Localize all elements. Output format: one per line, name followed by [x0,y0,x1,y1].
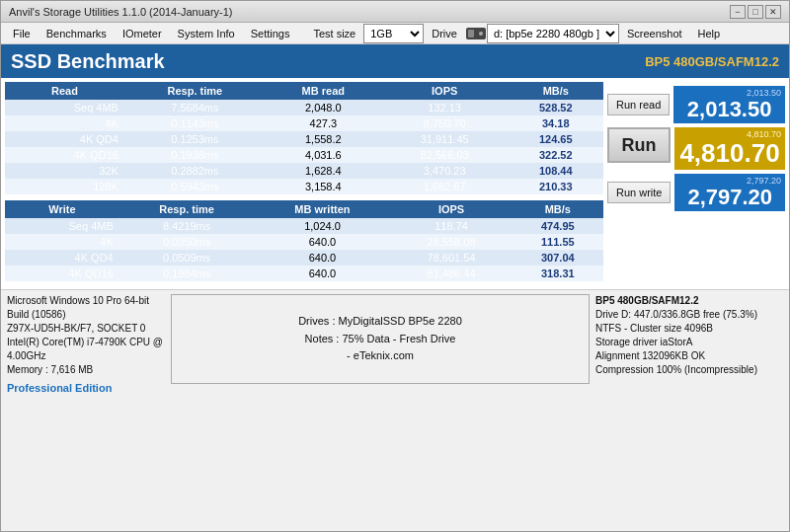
write-row-label: 4K QD4 [5,250,119,266]
menu-system-info[interactable]: System Info [170,26,243,41]
read-mbs: 528.52 [509,100,603,115]
run-read-button[interactable]: Run read [607,94,670,115]
read-mbs: 108.44 [509,163,603,179]
menu-help[interactable]: Help [690,26,729,41]
minimize-button[interactable]: − [730,5,746,19]
write-iops: 81,486.44 [390,266,512,281]
drive-select[interactable]: d: [bp5e 2280 480gb ] [487,24,619,43]
title-bar: Anvil's Storage Utilities 1.1.0 (2014-Ja… [1,1,789,23]
write-mb: 1,024.0 [255,218,391,234]
mb-write-header: MB written [255,200,391,218]
svg-point-2 [479,32,483,36]
read-mb: 3,158.4 [266,179,381,194]
read-resp-time: 7.5684ms [124,100,266,115]
mbs-read-header: MB/s [509,82,603,100]
run-write-button[interactable]: Run write [607,182,671,203]
read-col-header: Read [5,82,124,100]
read-row-label: 4K QD16 [5,147,124,163]
read-table-row: Seq 4MB 7.5684ms 2,048.0 132.13 528.52 [5,100,603,115]
sys-info-line: Microsoft Windows 10 Pro 64-bit Build (1… [7,294,165,322]
mb-read-header: MB read [266,82,381,100]
write-table: Write Resp. time MB written IOPS MB/s Se… [5,200,603,281]
read-mb: 4,031.6 [266,147,381,163]
read-iops: 31,911.45 [381,131,509,147]
menu-screenshot[interactable]: Screenshot [619,26,690,41]
read-mb: 1,628.4 [266,163,381,179]
detail-info-line: Drive D: 447.0/336.8GB free (75.3%) [595,308,783,322]
read-iops: 1,682.67 [381,179,509,194]
hdd-icon [465,26,487,41]
write-score-box: 2,797.20 2,797.20 [674,174,785,211]
read-row-label: 4K [5,115,124,131]
read-score-box: 2,013.50 2,013.50 [673,86,785,123]
test-size-select[interactable]: 1GB 512MB 256MB [363,24,424,43]
write-mbs: 111.55 [513,234,603,250]
read-mb: 427.3 [266,115,381,131]
bottom-info: Microsoft Windows 10 Pro 64-bit Build (1… [1,289,789,388]
write-resp-time: 8.4219ms [119,218,255,234]
menu-iometer[interactable]: IOmeter [115,26,170,41]
detail-info-line: BP5 480GB/SAFM12.2 [595,294,783,308]
pro-edition-label: Professional Edition [7,381,165,396]
close-button[interactable]: ✕ [765,5,781,19]
write-col-header: Write [5,200,119,218]
svg-rect-1 [468,30,474,38]
write-mb: 640.0 [255,234,391,250]
drive-info-line: Notes : 75% Data - Fresh Drive [178,331,583,348]
sys-info-line: Memory : 7,616 MB [7,363,165,377]
mbs-write-header: MB/s [513,200,603,218]
read-table-row: 128K 0.5943ms 3,158.4 1,682.67 210.33 [5,179,603,194]
read-row-label: 128K [5,179,124,194]
read-table-row: 4K QD4 0.1253ms 1,558.2 31,911.45 124.65 [5,131,603,147]
read-resp-time: 0.1938ms [124,147,266,163]
tables-section: Read Resp. time MB read IOPS MB/s Seq 4M… [5,82,603,285]
write-mb: 640.0 [255,266,391,281]
read-row-label: 32K [5,163,124,179]
write-resp-time: 0.0509ms [119,250,255,266]
run-read-row: Run read 2,013.50 2,013.50 [607,86,785,123]
read-table-row: 32K 0.2882ms 1,628.4 3,470.23 108.44 [5,163,603,179]
drive-info-line: Drives : MyDigitalSSD BP5e 2280 [178,313,583,331]
header-subtitle: BP5 480GB/SAFM12.2 [645,54,779,69]
read-resp-time: 0.1143ms [124,115,266,131]
write-resp-time: 0.1964ms [119,266,255,281]
write-score-value: 2,797.20 [678,186,781,209]
read-iops: 132.13 [381,100,509,115]
write-iops: 28,558.08 [390,234,512,250]
read-mbs: 124.65 [509,131,603,147]
detail-info-line: NTFS - Cluster size 4096B [595,322,783,336]
system-info-panel: Microsoft Windows 10 Pro 64-bit Build (1… [7,294,165,384]
write-mbs: 307.04 [513,250,603,266]
write-row-label: 4K QD16 [5,266,119,281]
title-bar-text: Anvil's Storage Utilities 1.1.0 (2014-Ja… [9,6,232,18]
write-table-row: Seq 4MB 8.4219ms 1,024.0 118.74 474.95 [5,218,603,234]
total-score-value: 4,810.70 [678,139,781,168]
run-button[interactable]: Run [607,127,671,163]
read-table-row: 4K QD16 0.1938ms 4,031.6 82,566.03 322.5… [5,147,603,163]
read-resp-time: 0.2882ms [124,163,266,179]
read-mb: 1,558.2 [266,131,381,147]
detail-info-line: Alignment 132096KB OK [595,349,783,363]
menu-file[interactable]: File [5,26,39,41]
drive-icon [465,26,487,41]
write-iops: 118.74 [390,218,512,234]
drive-info-line: - eTeknix.com [178,347,583,365]
write-table-row: 4K QD16 0.1964ms 640.0 81,486.44 318.31 [5,266,603,281]
menu-benchmarks[interactable]: Benchmarks [39,26,115,41]
read-mbs: 322.52 [509,147,603,163]
run-total-row: Run 4,810.70 4,810.70 [607,127,785,170]
read-table-row: 4K 0.1143ms 427.3 8,750.70 34.18 [5,115,603,131]
details-panel: BP5 480GB/SAFM12.2Drive D: 447.0/336.8GB… [595,294,783,384]
write-row-label: Seq 4MB [5,218,119,234]
detail-info-line: Storage driver iaStorA [595,336,783,349]
write-resp-time: 0.0350ms [119,234,255,250]
title-bar-buttons: − □ ✕ [730,5,781,19]
sys-info-line: Intel(R) Core(TM) i7-4790K CPU @ 4.00GHz [7,336,165,363]
read-row-label: Seq 4MB [5,100,124,115]
maximize-button[interactable]: □ [748,5,763,19]
total-score-box: 4,810.70 4,810.70 [674,127,785,170]
read-mb: 2,048.0 [266,100,381,115]
menu-settings[interactable]: Settings [243,26,298,41]
read-iops: 8,750.70 [381,115,509,131]
write-mbs: 474.95 [513,218,603,234]
